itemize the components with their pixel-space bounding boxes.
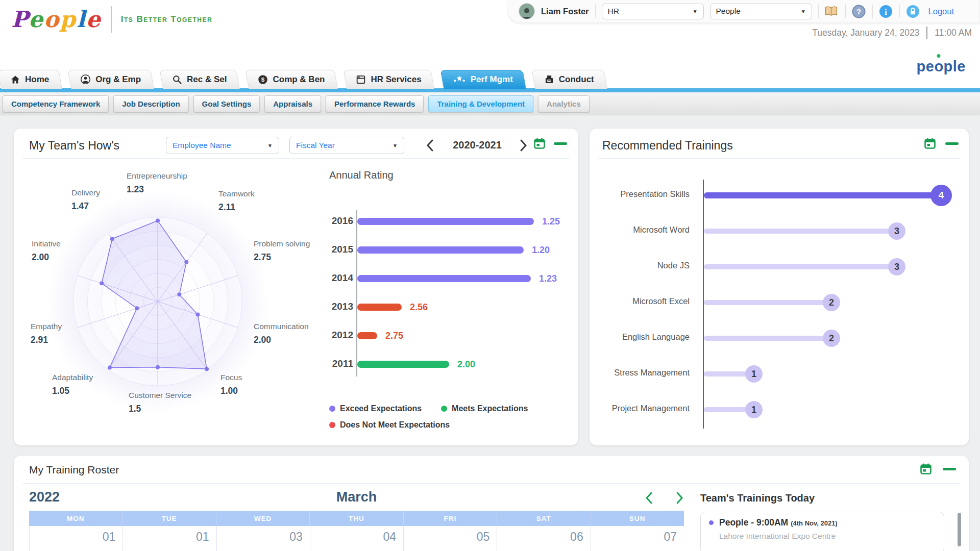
calendar-day-01[interactable]: 01: [122, 526, 216, 551]
tab-org-emp[interactable]: Org & Emp: [71, 70, 154, 89]
brand-text: ple: [944, 58, 966, 74]
tab-rec-sel[interactable]: Rec & Sel: [163, 70, 240, 89]
tab-label: Conduct: [559, 74, 594, 85]
legend-item-exceed-expectations: Exceed Expectations: [329, 404, 422, 413]
training-count-badge: 3: [888, 258, 905, 276]
calendar-day-04[interactable]: 04: [310, 526, 403, 551]
bar-value-label: 2.00: [457, 359, 475, 370]
calendar-icon[interactable]: [533, 137, 546, 152]
role-dropdown[interactable]: HR ▼: [602, 4, 704, 19]
svg-text:2.11: 2.11: [218, 202, 235, 212]
next-month-icon[interactable]: [675, 491, 685, 505]
svg-text:Delivery: Delivery: [71, 188, 100, 197]
window-icon: [356, 74, 366, 85]
handbook-icon[interactable]: [825, 4, 839, 18]
svg-text:2.00: 2.00: [32, 252, 49, 262]
trainings-lollipop-chart: Presentation Skills4Microsoft Word3Node …: [590, 178, 964, 428]
training-label: Project Management: [590, 404, 697, 413]
people-brand-logo: people: [917, 58, 966, 75]
bar-row-2011: 20112.00: [325, 350, 570, 379]
bar-value-label: 1.25: [542, 216, 560, 227]
chevron-down-icon: ▼: [801, 9, 806, 14]
brand-text: pe: [917, 58, 935, 74]
collapse-icon[interactable]: [945, 142, 959, 145]
bar-year-label: 2012: [325, 330, 353, 341]
legend-dot: [329, 406, 335, 412]
collapse-icon[interactable]: [554, 142, 567, 145]
calendar-day-07[interactable]: 07: [591, 526, 684, 551]
user-panel: Liam Foster HR ▼ People ▼ ? i Logout: [508, 0, 980, 23]
weekday-wed: WED: [216, 511, 309, 526]
calendar-day-06[interactable]: 06: [497, 526, 590, 551]
subnav-performance-rewards[interactable]: Performance Rewards: [326, 95, 424, 112]
bar-value-label: 2.56: [410, 302, 428, 313]
training-label: Node JS: [590, 261, 697, 270]
training-row-node-js: Node JS3: [590, 249, 964, 285]
role-dropdown-value: HR: [608, 7, 619, 16]
calendar-day-01[interactable]: 01: [29, 526, 122, 551]
training-count-badge: 1: [745, 401, 763, 418]
calendar-icon[interactable]: [924, 137, 936, 152]
logo-letter: l: [77, 6, 86, 32]
divider: [595, 5, 596, 18]
calendar-icon[interactable]: [920, 463, 932, 478]
dollar-icon: $: [258, 74, 268, 85]
recommended-trainings-card: Recommended Trainings Presentation Skill…: [590, 129, 969, 445]
logout-link[interactable]: Logout: [928, 7, 954, 16]
bar-track: 1.20: [357, 236, 550, 264]
lollipop-stick: [704, 264, 891, 269]
tab-label: Org & Emp: [95, 74, 141, 85]
tab-home[interactable]: Home: [1, 70, 62, 89]
training-roster-card: My Training Roster 2022 March MONTUEWEDT…: [14, 456, 969, 551]
calendar-day-03[interactable]: 03: [216, 526, 310, 551]
help-icon[interactable]: ?: [852, 4, 866, 18]
tab-comp-ben[interactable]: $Comp & Ben: [249, 70, 338, 89]
app-dropdown[interactable]: People ▼: [710, 4, 812, 19]
weekday-tue: TUE: [122, 511, 215, 526]
subnav-competency-framework[interactable]: Competency Framework: [3, 95, 109, 112]
tab-label: Comp & Ben: [273, 74, 325, 85]
lollipop-stick: [704, 300, 825, 305]
training-count-badge: 2: [823, 330, 840, 347]
tab-perf-mgmt[interactable]: Perf Mgmt: [444, 70, 526, 89]
team-hows-card: My Team's How's Employee Name ▼ Fiscal Y…: [14, 129, 578, 445]
svg-text:Initiative: Initiative: [32, 239, 61, 248]
training-label: Microsoft Excel: [590, 296, 697, 306]
legend-item-does-not-meet-expectations: Does Not Meet Expectations: [329, 420, 450, 430]
lollipop-stick: [704, 192, 935, 198]
subnav-job-description[interactable]: Job Description: [113, 95, 188, 112]
svg-text:1.47: 1.47: [71, 201, 89, 211]
divider: [845, 5, 846, 18]
avatar[interactable]: [519, 3, 535, 19]
logo-letter: P: [11, 6, 29, 32]
subnav-goal-settings[interactable]: Goal Settings: [193, 95, 260, 112]
weekday-sun: SUN: [591, 511, 684, 526]
subnav-training-development[interactable]: Training & Development: [428, 95, 533, 112]
tab-hr-services[interactable]: HR Services: [347, 70, 434, 89]
stars-icon: [453, 74, 466, 85]
bar-track: 1.25: [357, 207, 560, 236]
bar-year-label: 2011: [325, 358, 353, 369]
bar-track: 1.23: [357, 264, 557, 293]
legend-label: Exceed Expectations: [340, 404, 422, 413]
training-row-stress-management: Stress Management1: [590, 356, 964, 392]
previous-period-icon[interactable]: [425, 138, 436, 153]
annual-rating-title: Annual Rating: [329, 169, 394, 181]
subnav-analytics[interactable]: Analytics: [538, 95, 590, 112]
previous-month-icon[interactable]: [644, 491, 654, 505]
tab-conduct[interactable]: Conduct: [535, 70, 607, 89]
svg-text:2.00: 2.00: [254, 335, 271, 345]
info-icon[interactable]: i: [879, 4, 893, 18]
legend-row: Does Not Meet Expectations: [329, 420, 528, 430]
next-period-icon[interactable]: [519, 138, 530, 153]
scrollbar-thumb[interactable]: [958, 513, 961, 546]
lock-icon[interactable]: [906, 4, 920, 18]
collapse-icon[interactable]: [943, 468, 956, 470]
training-event-card[interactable]: People - 9:00AM(4th Nov, 2021) Lahore In…: [700, 512, 944, 551]
time-text: 11:00 AM: [935, 28, 972, 38]
bar-row-2016: 20161.25: [325, 207, 570, 236]
calendar-month: March: [29, 489, 684, 505]
calendar-day-05[interactable]: 05: [403, 526, 497, 551]
bar: [357, 304, 402, 311]
subnav-appraisals[interactable]: Appraisals: [264, 95, 321, 112]
